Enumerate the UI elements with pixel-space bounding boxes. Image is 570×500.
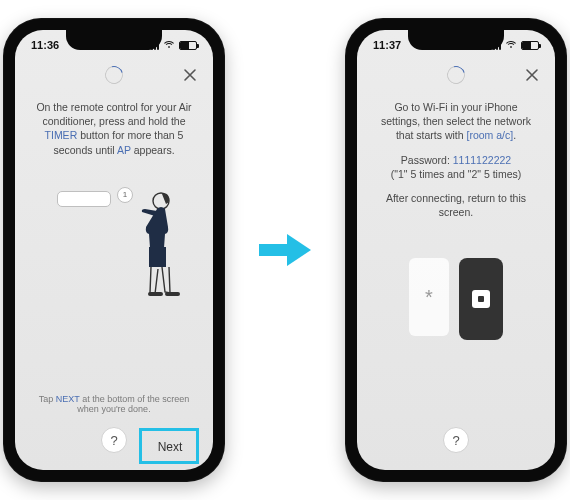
next-button[interactable]: Next bbox=[143, 432, 197, 462]
status-time: 11:37 bbox=[373, 39, 401, 51]
phone-right: 11:37 Go to Wi-Fi in your iPhone setting bbox=[345, 18, 567, 482]
cellular-icon bbox=[489, 41, 501, 50]
svg-rect-1 bbox=[149, 247, 166, 267]
battery-icon bbox=[179, 41, 197, 50]
wifi-card: * bbox=[409, 258, 449, 336]
highlight-next: NEXT bbox=[56, 394, 80, 404]
password-hint: ("1" 5 times and "2" 5 times) bbox=[391, 168, 521, 180]
password-line: Password: 1111122222 ("1" 5 times and "2… bbox=[373, 153, 539, 191]
help-button[interactable]: ? bbox=[101, 427, 127, 453]
status-time: 11:36 bbox=[31, 39, 59, 51]
app-footer: ? bbox=[373, 418, 539, 462]
close-icon bbox=[183, 68, 197, 82]
phone-left-screen: 11:36 On the remote control for your Air bbox=[15, 30, 213, 470]
highlight-ap: AP bbox=[117, 144, 131, 156]
close-icon bbox=[525, 68, 539, 82]
wifi-icon bbox=[505, 41, 517, 50]
illustration: 1 bbox=[31, 167, 197, 307]
status-bar: 11:37 bbox=[357, 30, 555, 58]
tap-next-note: Tap NEXT at the bottom of the screen whe… bbox=[31, 390, 197, 418]
progress-spinner-icon bbox=[444, 63, 469, 88]
ac-unit-icon bbox=[57, 191, 111, 207]
person-icon bbox=[127, 185, 187, 303]
password-value: 1111122222 bbox=[453, 154, 511, 166]
arrow-icon bbox=[255, 228, 315, 272]
settings-card bbox=[459, 258, 503, 340]
close-button[interactable] bbox=[523, 66, 541, 84]
progress-spinner-icon bbox=[102, 63, 127, 88]
highlight-timer: TIMER bbox=[45, 129, 78, 141]
close-button[interactable] bbox=[181, 66, 199, 84]
illustration: * bbox=[373, 229, 539, 369]
instruction-text: Go to Wi-Fi in your iPhone settings, the… bbox=[373, 96, 539, 153]
help-button[interactable]: ? bbox=[443, 427, 469, 453]
phone-right-screen: 11:37 Go to Wi-Fi in your iPhone setting bbox=[357, 30, 555, 470]
phone-left: 11:36 On the remote control for your Air bbox=[3, 18, 225, 482]
app-header bbox=[357, 58, 555, 92]
wifi-icon bbox=[163, 41, 175, 50]
status-indicators bbox=[147, 41, 197, 50]
instruction-text: On the remote control for your Air condi… bbox=[31, 96, 197, 167]
status-indicators bbox=[489, 41, 539, 50]
battery-icon bbox=[521, 41, 539, 50]
status-bar: 11:36 bbox=[15, 30, 213, 58]
asterisk-icon: * bbox=[425, 286, 433, 309]
app-header bbox=[15, 58, 213, 92]
highlight-network: [room a/c] bbox=[467, 129, 514, 141]
app-body: Go to Wi-Fi in your iPhone settings, the… bbox=[357, 92, 555, 470]
cellular-icon bbox=[147, 41, 159, 50]
app-footer: ? Next bbox=[31, 418, 197, 462]
settings-tile-icon bbox=[472, 290, 490, 308]
app-body: On the remote control for your Air condi… bbox=[15, 92, 213, 470]
after-connect-note: After connecting, return to this screen. bbox=[373, 191, 539, 229]
